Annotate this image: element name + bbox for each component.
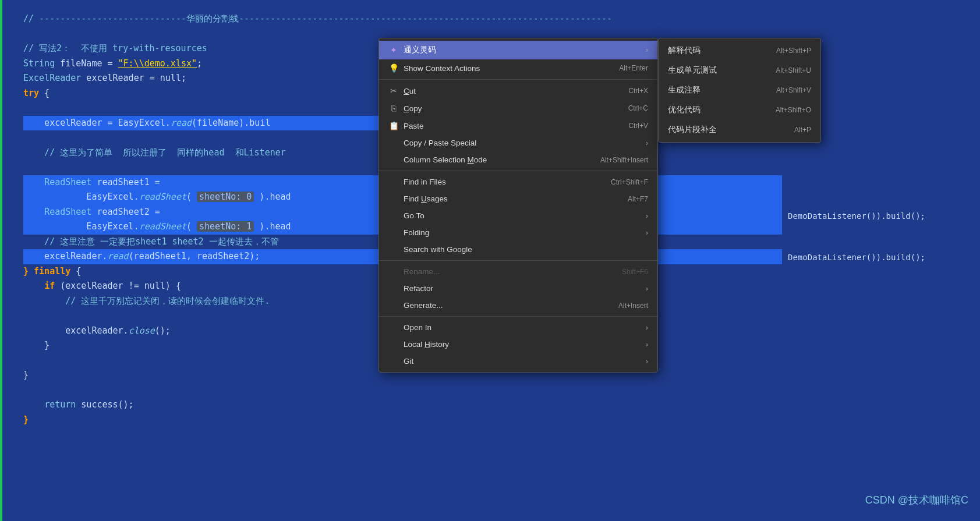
- menu-label: Copy: [404, 104, 422, 113]
- menu-label: Search with Google: [404, 245, 472, 254]
- right-code-line: DemoDataListener()).build();: [788, 251, 974, 265]
- menu-label: Paste: [404, 122, 424, 130]
- separator: [379, 171, 657, 171]
- menu-label: Refactor: [404, 284, 433, 293]
- menu-label: Cut: [404, 87, 416, 95]
- right-code-line: [788, 238, 974, 251]
- context-menu: ✦ 通义灵码 › 💡 Show Context Actions Alt+Ente…: [378, 38, 658, 373]
- shortcut: Alt+Shift+V: [776, 86, 811, 94]
- menu-item-cut[interactable]: ✂ Cut Ctrl+X: [379, 82, 657, 100]
- menu-item-open-in[interactable]: Open In ›: [379, 319, 657, 336]
- menu-item-paste[interactable]: 📋 Paste Ctrl+V: [379, 117, 657, 134]
- menu-label: Generate...: [404, 301, 443, 310]
- submenu-tongyi: 解释代码 Alt+Shift+P 生成单元测试 Alt+Shift+U 生成注释…: [658, 38, 821, 143]
- menu-item-go-to[interactable]: Go To ›: [379, 207, 657, 224]
- menu-label: Git: [404, 357, 413, 366]
- menu-item-refactor[interactable]: Refactor ›: [379, 280, 657, 297]
- shortcut: Alt+Shift+U: [776, 66, 811, 75]
- shortcut: Alt+Shift+Insert: [600, 156, 648, 164]
- menu-label: Copy / Paste Special: [404, 139, 476, 147]
- menu-item-find-usages[interactable]: Find Usages Alt+F7: [379, 190, 657, 207]
- menu-item-folding[interactable]: Folding ›: [379, 224, 657, 241]
- submenu-label: 解释代码: [668, 45, 700, 56]
- submenu-label: 生成单元测试: [668, 65, 717, 76]
- menu-item-git[interactable]: Git ›: [379, 353, 657, 370]
- shortcut: Alt+Shift+O: [776, 106, 811, 114]
- menu-item-column-selection[interactable]: Column Selection Mode Alt+Shift+Insert: [379, 151, 657, 168]
- submenu-item-explain-code[interactable]: 解释代码 Alt+Shift+P: [659, 41, 820, 61]
- shortcut: Alt+P: [794, 126, 811, 134]
- shortcut: Alt+F7: [628, 195, 648, 203]
- menu-item-show-context-actions[interactable]: 💡 Show Context Actions Alt+Enter: [379, 59, 657, 77]
- submenu-item-gen-comment[interactable]: 生成注释 Alt+Shift+V: [659, 80, 820, 100]
- arrow-icon: ›: [646, 285, 648, 293]
- paste-icon: 📋: [388, 121, 399, 130]
- shortcut: Ctrl+C: [628, 104, 648, 112]
- shortcut: Ctrl+Shift+F: [611, 178, 648, 186]
- menu-item-tongyi[interactable]: ✦ 通义灵码 ›: [379, 41, 657, 59]
- menu-item-search-google[interactable]: Search with Google: [379, 241, 657, 258]
- right-code-line: DemoDataListener()).build();: [788, 210, 974, 224]
- arrow-icon: ›: [646, 46, 648, 54]
- shortcut: Alt+Enter: [619, 64, 648, 72]
- menu-label-folding: Folding: [404, 228, 429, 237]
- arrow-icon: ›: [646, 212, 648, 220]
- submenu-label: 生成注释: [668, 85, 700, 95]
- arrow-icon: ›: [646, 324, 648, 332]
- shortcut: Alt+Insert: [618, 302, 648, 310]
- right-code-line: [788, 224, 974, 238]
- arrow-icon: ›: [646, 357, 648, 366]
- menu-item-rename: Rename... Shift+F6: [379, 263, 657, 280]
- menu-label-tongyi: 通义灵码: [404, 45, 436, 55]
- menu-item-local-history[interactable]: Local History ›: [379, 336, 657, 353]
- menu-item-copy-paste-special[interactable]: Copy / Paste Special ›: [379, 134, 657, 151]
- menu-label-local-history: Local History: [404, 340, 449, 349]
- copy-icon: ⎘: [388, 104, 399, 113]
- submenu-item-optimize-code[interactable]: 优化代码 Alt+Shift+O: [659, 100, 820, 120]
- menu-label: Open In: [404, 323, 431, 332]
- shortcut: Ctrl+X: [628, 87, 648, 95]
- separator: [379, 260, 657, 261]
- shortcut: Ctrl+V: [628, 122, 648, 130]
- arrow-icon: ›: [646, 341, 648, 349]
- watermark: CSDN @技术咖啡馆C: [865, 491, 968, 509]
- submenu-label: 代码片段补全: [668, 125, 717, 135]
- submenu-item-code-snippet[interactable]: 代码片段补全 Alt+P: [659, 120, 820, 140]
- menu-label: Column Selection Mode: [404, 155, 487, 164]
- separator: [379, 316, 657, 317]
- tongyi-icon: ✦: [388, 45, 399, 55]
- menu-label-go-to: Go To: [404, 211, 424, 220]
- menu-label: Show Context Actions: [404, 64, 480, 73]
- menu-item-find-in-files[interactable]: Find in Files Ctrl+Shift+F: [379, 173, 657, 190]
- menu-label: Rename...: [404, 267, 440, 276]
- menu-item-generate[interactable]: Generate... Alt+Insert: [379, 297, 657, 314]
- cut-icon: ✂: [388, 86, 399, 95]
- menu-label: Find in Files: [404, 178, 446, 186]
- separator: [379, 79, 657, 80]
- bulb-icon: 💡: [388, 63, 399, 73]
- submenu-label: 优化代码: [668, 105, 700, 115]
- menu-label: Find Usages: [404, 194, 448, 203]
- shortcut: Alt+Shift+P: [776, 47, 811, 55]
- menu-item-copy[interactable]: ⎘ Copy Ctrl+C: [379, 100, 657, 117]
- arrow-icon: ›: [646, 139, 648, 147]
- shortcut: Shift+F6: [622, 268, 648, 276]
- arrow-icon: ›: [646, 229, 648, 237]
- submenu-item-gen-unit-test[interactable]: 生成单元测试 Alt+Shift+U: [659, 61, 820, 80]
